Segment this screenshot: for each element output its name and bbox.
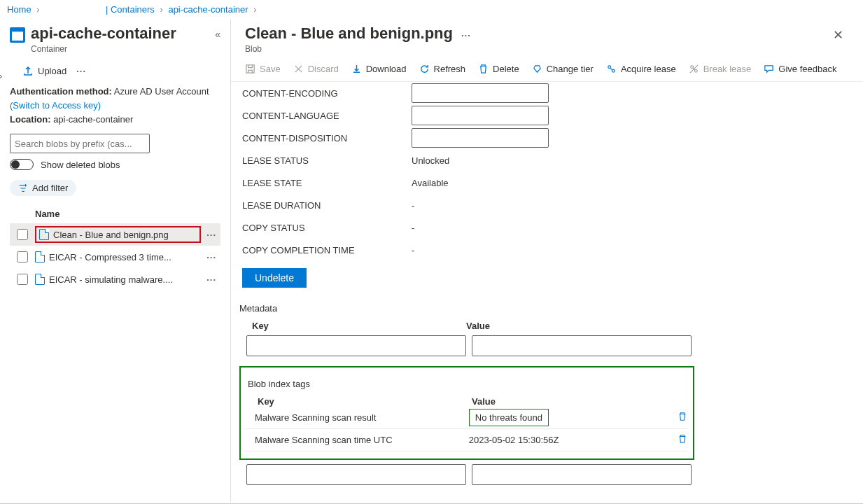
blob-name[interactable]: EICAR - simulating malware.... bbox=[35, 274, 201, 285]
file-icon bbox=[39, 229, 49, 240]
property-label: LEASE STATUS bbox=[239, 155, 412, 166]
search-input[interactable] bbox=[10, 134, 150, 153]
tag-key: Malware Scanning scan result bbox=[245, 412, 469, 423]
chevron-right-icon: › bbox=[160, 4, 162, 15]
location-label: Location: bbox=[10, 114, 51, 125]
collapse-icon[interactable]: « bbox=[215, 24, 220, 40]
upload-button[interactable]: Upload bbox=[22, 65, 66, 76]
svg-point-3 bbox=[690, 66, 693, 69]
blob-row[interactable]: Clean - Blue and benign.png··· bbox=[10, 223, 220, 246]
trash-icon bbox=[678, 434, 687, 444]
undelete-button[interactable]: Undelete bbox=[242, 268, 307, 288]
delete-tag-button[interactable] bbox=[678, 434, 687, 446]
expand-icon[interactable]: » bbox=[0, 71, 2, 81]
delete-icon bbox=[478, 64, 489, 74]
blob-checkbox[interactable] bbox=[17, 274, 28, 285]
break-lease-button[interactable]: Break lease bbox=[689, 64, 752, 74]
breadcrumb: Home › | Containers › api-cache-containe… bbox=[0, 0, 863, 19]
property-value: - bbox=[412, 223, 414, 233]
upload-label: Upload bbox=[38, 66, 66, 76]
blob-row[interactable]: EICAR - Compressed 3 time...··· bbox=[10, 246, 220, 268]
metadata-value-input[interactable] bbox=[472, 335, 692, 356]
close-icon[interactable]: ✕ bbox=[827, 24, 849, 46]
blob-checkbox[interactable] bbox=[17, 251, 28, 262]
switch-access-key-link[interactable]: (Switch to Access key) bbox=[10, 100, 101, 111]
trash-icon bbox=[678, 412, 687, 421]
breadcrumb-home[interactable]: Home bbox=[7, 4, 31, 15]
more-icon[interactable]: ··· bbox=[206, 252, 216, 262]
property-label: CONTENT-DISPOSITION bbox=[239, 133, 412, 144]
location-value: api-cache-container bbox=[53, 114, 133, 125]
more-icon[interactable]: ··· bbox=[206, 230, 216, 240]
tag-key: Malware Scanning scan time UTC bbox=[245, 435, 469, 445]
blob-name[interactable]: EICAR - Compressed 3 time... bbox=[35, 251, 201, 262]
more-icon[interactable]: ··· bbox=[206, 274, 216, 285]
blob-name[interactable]: Clean - Blue and benign.png bbox=[35, 226, 201, 243]
tag-value: No threats found bbox=[469, 409, 662, 426]
svg-point-1 bbox=[608, 66, 611, 69]
metadata-key-input[interactable] bbox=[246, 335, 466, 356]
tag-value: 2023-05-02 15:30:56Z bbox=[469, 435, 662, 445]
discard-icon bbox=[293, 64, 304, 74]
chevron-right-icon: › bbox=[253, 4, 256, 15]
tag-value-input[interactable] bbox=[472, 464, 692, 485]
save-icon bbox=[245, 64, 255, 74]
add-filter-label: Add filter bbox=[32, 183, 68, 193]
property-value: Unlocked bbox=[412, 155, 449, 166]
property-row: LEASE DURATION- bbox=[239, 194, 842, 216]
blob-index-tags-section: Blob index tags Key Value Malware Scanni… bbox=[239, 366, 694, 460]
svg-rect-0 bbox=[246, 65, 254, 73]
chevron-right-icon: › bbox=[36, 4, 39, 15]
tags-value-header: Value bbox=[472, 396, 496, 407]
command-bar: Save Discard Download Refresh Delete bbox=[231, 57, 863, 82]
breadcrumb-containers[interactable]: | Containers bbox=[106, 4, 155, 15]
auth-method-label: Authentication method: bbox=[10, 86, 112, 97]
file-icon bbox=[35, 251, 45, 262]
property-input[interactable] bbox=[412, 83, 549, 103]
svg-point-4 bbox=[694, 69, 697, 72]
upload-icon bbox=[22, 65, 34, 76]
more-icon[interactable]: ··· bbox=[461, 24, 471, 41]
add-filter-button[interactable]: Add filter bbox=[10, 180, 76, 196]
give-feedback-button[interactable]: Give feedback bbox=[764, 64, 836, 74]
svg-point-2 bbox=[612, 69, 615, 72]
blob-checkbox[interactable] bbox=[17, 229, 28, 240]
property-row: LEASE STATEAvailable bbox=[239, 172, 842, 194]
refresh-button[interactable]: Refresh bbox=[419, 64, 466, 74]
save-button[interactable]: Save bbox=[245, 64, 281, 74]
property-value: Available bbox=[412, 178, 449, 188]
property-label: COPY STATUS bbox=[239, 223, 412, 233]
download-button[interactable]: Download bbox=[351, 64, 407, 74]
tag-key-input[interactable] bbox=[246, 464, 466, 485]
change-tier-button[interactable]: Change tier bbox=[532, 64, 594, 74]
property-row: CONTENT-LANGUAGE bbox=[239, 104, 842, 127]
metadata-value-header: Value bbox=[466, 321, 490, 331]
blob-row[interactable]: EICAR - simulating malware....··· bbox=[10, 268, 220, 290]
blob-title: Clean - Blue and benign.png bbox=[245, 24, 453, 43]
property-label: CONTENT-LANGUAGE bbox=[239, 111, 412, 121]
more-icon[interactable]: ··· bbox=[76, 66, 86, 76]
show-deleted-toggle[interactable] bbox=[10, 159, 34, 170]
property-label: LEASE STATE bbox=[239, 178, 412, 188]
discard-button[interactable]: Discard bbox=[293, 64, 339, 74]
blob-subtitle: Blob bbox=[245, 44, 453, 54]
property-value: - bbox=[412, 245, 414, 255]
property-row: CONTENT-DISPOSITION bbox=[239, 127, 842, 149]
show-deleted-label: Show deleted blobs bbox=[41, 160, 120, 170]
breadcrumb-container[interactable]: api-cache-container bbox=[168, 4, 248, 15]
property-label: COPY COMPLETION TIME bbox=[239, 245, 412, 255]
acquire-lease-button[interactable]: Acquire lease bbox=[606, 64, 676, 74]
property-input[interactable] bbox=[412, 106, 549, 125]
page-subtitle: Container bbox=[31, 44, 176, 54]
delete-tag-button[interactable] bbox=[678, 412, 687, 424]
tag-row: Malware Scanning scan time UTC2023-05-02… bbox=[245, 429, 687, 451]
metadata-heading: Metadata bbox=[239, 303, 842, 314]
property-row: COPY COMPLETION TIME- bbox=[239, 239, 842, 261]
delete-button[interactable]: Delete bbox=[478, 64, 519, 74]
property-label: CONTENT-ENCODING bbox=[239, 88, 412, 99]
page-title: api-cache-container bbox=[31, 24, 176, 43]
property-row: CONTENT-ENCODING bbox=[239, 82, 842, 104]
property-input[interactable] bbox=[412, 128, 549, 148]
acquire-lease-icon bbox=[606, 64, 617, 74]
file-icon bbox=[35, 274, 45, 285]
